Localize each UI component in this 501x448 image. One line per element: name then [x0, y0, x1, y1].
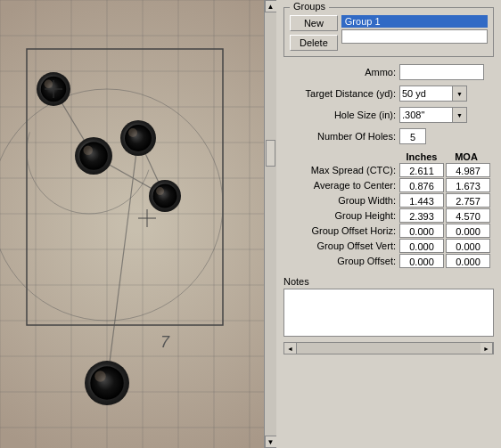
- target-area: ▲ ▼: [0, 0, 276, 448]
- scroll-track: [265, 12, 276, 436]
- stat-label-1: Average to Center:: [283, 180, 399, 191]
- groups-fieldset: Groups New Delete Group 1: [283, 7, 494, 57]
- delete-button[interactable]: Delete: [290, 35, 338, 51]
- hole-size-input[interactable]: [399, 107, 453, 123]
- scroll-left-button[interactable]: ◄: [284, 343, 297, 354]
- hole-size-dropdown[interactable]: ▼: [399, 107, 467, 123]
- stat-row-5: Group Offset Vert: 0.000 0.000: [283, 239, 494, 253]
- groups-content: New Delete Group 1: [290, 15, 488, 51]
- scroll-down-button[interactable]: ▼: [265, 436, 277, 448]
- stat-inches-6: 0.000: [399, 254, 444, 268]
- target-distance-row: Target Distance (yd): ▼: [283, 86, 494, 102]
- inches-header: Inches: [399, 151, 444, 162]
- stats-container: Max Spread (CTC): 2.611 4.987 Average to…: [283, 163, 494, 268]
- notes-textarea[interactable]: [283, 289, 494, 337]
- stat-row-1: Average to Center: 0.876 1.673: [283, 178, 494, 192]
- number-of-holes-label: Number Of Holes:: [283, 131, 399, 142]
- stat-label-0: Max Spread (CTC):: [283, 165, 399, 175]
- stat-label-2: Group Width:: [283, 195, 399, 206]
- groups-list: Group 1: [341, 15, 488, 44]
- target-distance-label: Target Distance (yd):: [283, 88, 399, 99]
- target-distance-dropdown[interactable]: ▼: [399, 86, 467, 102]
- new-button[interactable]: New: [290, 15, 338, 31]
- notes-label: Notes: [283, 276, 494, 287]
- stat-row-2: Group Width: 1.443 2.757: [283, 193, 494, 208]
- stat-moa-2: 2.757: [446, 193, 490, 208]
- bottom-scroll-track: [297, 343, 480, 354]
- target-canvas: [0, 0, 276, 448]
- hole-size-arrow[interactable]: ▼: [453, 107, 467, 123]
- empty-header-col: [283, 151, 399, 162]
- data-section: Inches MOA Max Spread (CTC): 2.611 4.987…: [283, 151, 494, 269]
- groups-buttons: New Delete: [290, 15, 338, 51]
- scroll-up-button[interactable]: ▲: [265, 0, 277, 12]
- stat-inches-0: 2.611: [399, 163, 444, 177]
- right-panel: Groups New Delete Group 1 Ammo: Target D…: [276, 0, 501, 448]
- stat-moa-6: 0.000: [446, 254, 490, 268]
- stat-label-3: Group Height:: [283, 210, 399, 221]
- stat-row-4: Group Offset Horiz: 0.000 0.000: [283, 224, 494, 238]
- scroll-thumb[interactable]: [266, 140, 275, 167]
- ammo-input[interactable]: [399, 64, 484, 80]
- stat-inches-1: 0.876: [399, 178, 444, 192]
- group-item-empty[interactable]: [341, 29, 488, 44]
- stat-inches-5: 0.000: [399, 239, 444, 253]
- number-of-holes-value: 5: [399, 128, 426, 144]
- stat-moa-4: 0.000: [446, 224, 490, 238]
- stat-label-6: Group Offset:: [283, 256, 399, 266]
- stat-row-6: Group Offset: 0.000 0.000: [283, 254, 494, 268]
- target-scrollbar[interactable]: ▲ ▼: [264, 0, 276, 448]
- hole-size-label: Hole Size (in):: [283, 110, 399, 120]
- number-of-holes-row: Number Of Holes: 5: [283, 128, 494, 144]
- target-distance-arrow[interactable]: ▼: [453, 86, 467, 102]
- ammo-label: Ammo:: [283, 67, 399, 77]
- groups-legend: Groups: [290, 1, 329, 12]
- hole-size-row: Hole Size (in): ▼: [283, 107, 494, 123]
- target-distance-input[interactable]: [399, 86, 453, 102]
- notes-section: Notes: [283, 276, 494, 338]
- stat-label-4: Group Offset Horiz:: [283, 225, 399, 236]
- stat-row-0: Max Spread (CTC): 2.611 4.987: [283, 163, 494, 177]
- stat-inches-3: 2.393: [399, 208, 444, 223]
- scroll-right-button[interactable]: ►: [480, 343, 493, 354]
- stat-moa-3: 4.570: [446, 208, 490, 223]
- group-item-1[interactable]: Group 1: [341, 15, 488, 28]
- stat-inches-4: 0.000: [399, 224, 444, 238]
- moa-header: MOA: [444, 151, 489, 162]
- stat-row-3: Group Height: 2.393 4.570: [283, 208, 494, 223]
- data-header-row: Inches MOA: [283, 151, 494, 162]
- stat-moa-5: 0.000: [446, 239, 490, 253]
- stat-moa-0: 4.987: [446, 163, 490, 177]
- stat-moa-1: 1.673: [446, 178, 490, 192]
- stat-inches-2: 1.443: [399, 193, 444, 208]
- bottom-scrollbar[interactable]: ◄ ►: [283, 342, 494, 354]
- stat-label-5: Group Offset Vert:: [283, 240, 399, 251]
- ammo-row: Ammo:: [283, 64, 494, 80]
